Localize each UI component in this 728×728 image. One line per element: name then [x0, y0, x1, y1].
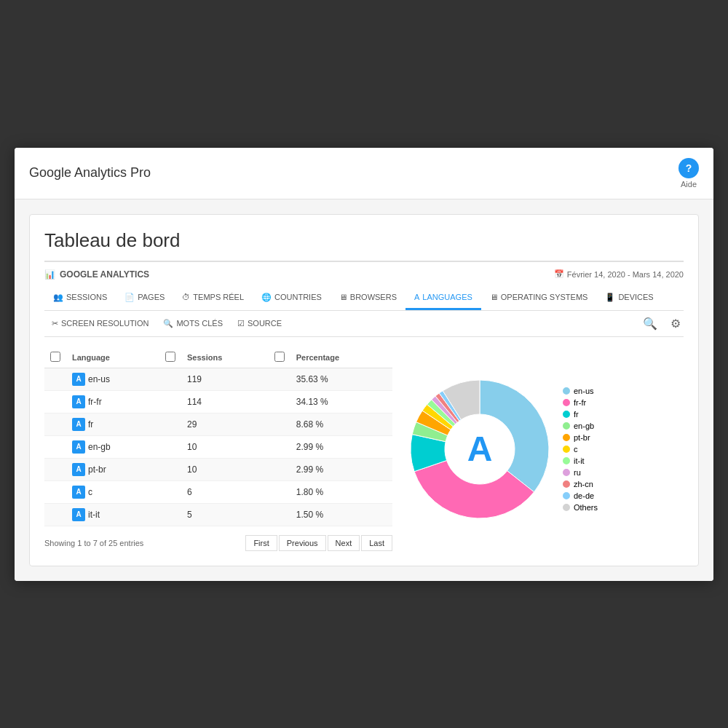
sessions-checkbox[interactable]	[165, 352, 175, 362]
language-icon: A	[72, 486, 85, 499]
row-check	[44, 390, 66, 413]
legend-item-Others: Others	[563, 503, 598, 512]
row-sessions-check	[159, 435, 181, 458]
tab-browsers[interactable]: 🖥BROWSERS	[331, 287, 405, 310]
tab-sessions[interactable]: 👥SESSIONS	[44, 287, 116, 310]
select-all-checkbox[interactable]	[50, 352, 60, 362]
row-percentage-check	[269, 435, 290, 458]
row-sessions-check	[159, 390, 181, 413]
table-container: Language Sessions Percentage	[44, 347, 392, 551]
legend-item-c: c	[563, 445, 598, 454]
screen-resolution-icon: ✂	[52, 319, 58, 328]
help-label: Aide	[681, 180, 697, 189]
main-window: Google Analytics Pro ? Aide Tableau de b…	[15, 148, 713, 581]
table-section: Language Sessions Percentage	[44, 347, 684, 551]
donut-chart: A	[407, 376, 553, 522]
operating-systems-icon: 🖥	[490, 293, 498, 301]
dashboard-card: Tableau de bord 📊 GOOGLE ANALYTICS 📅 Fév…	[29, 214, 699, 566]
first-page-button[interactable]: First	[245, 535, 277, 551]
row-percentage: 2.99 %	[290, 458, 392, 480]
previous-page-button[interactable]: Previous	[279, 535, 326, 551]
legend-dot	[563, 504, 570, 511]
tab2-source[interactable]: ☑SOURCE	[230, 314, 289, 333]
row-sessions: 10	[181, 435, 269, 458]
sessions-icon: 👥	[53, 293, 63, 302]
browsers-icon: 🖥	[339, 293, 347, 301]
language-icon: A	[72, 463, 85, 476]
table-row: A c 6 1.80 %	[44, 480, 392, 503]
legend-label: de-de	[574, 491, 594, 500]
legend-label: c	[574, 445, 578, 454]
legend-label: zh-cn	[574, 480, 593, 488]
legend-item-fr: fr	[563, 410, 598, 419]
table-row: A it-it 5 1.50 %	[44, 503, 392, 526]
language-icon: A	[72, 373, 85, 386]
row-percentage: 2.99 %	[290, 435, 392, 458]
search-icon-button[interactable]: 🔍	[640, 314, 660, 333]
tab2-screen-resolution[interactable]: ✂SCREEN RESOLUTION	[44, 314, 156, 333]
tab-operating-systems[interactable]: 🖥OPERATING SYSTEMS	[481, 287, 597, 310]
row-percentage-check	[269, 390, 290, 413]
pages-icon: 📄	[124, 293, 135, 302]
row-check	[44, 413, 66, 435]
col-header-language: Language	[66, 347, 159, 368]
content-area: Tableau de bord 📊 GOOGLE ANALYTICS 📅 Fév…	[15, 199, 713, 581]
legend-item-ru: ru	[563, 468, 598, 477]
pagination-row: Showing 1 to 7 of 25 entries First Previ…	[44, 535, 392, 551]
tab-temps-reel[interactable]: ⏱TEMPS RÉEL	[173, 287, 253, 310]
row-sessions: 29	[181, 413, 269, 435]
col-header-sessions-check	[159, 347, 181, 368]
row-percentage-check	[269, 413, 290, 435]
chart-legend: en-us fr-fr fr en-gb pt-br c it-it ru zh…	[563, 387, 598, 512]
row-language: A fr	[66, 413, 159, 435]
legend-item-pt-br: pt-br	[563, 433, 598, 442]
table-row: A fr 29 8.68 %	[44, 413, 392, 435]
legend-dot	[563, 492, 570, 499]
tab2-mots-cles[interactable]: 🔍MOTS CLÉS	[156, 314, 230, 333]
language-icon: A	[72, 508, 85, 521]
percentage-checkbox[interactable]	[274, 352, 285, 362]
row-language: A en-us	[66, 368, 159, 390]
next-page-button[interactable]: Next	[328, 535, 360, 551]
settings-icon-button[interactable]: ⚙	[668, 314, 684, 333]
tab-pages[interactable]: 📄PAGES	[116, 287, 173, 310]
legend-label: en-gb	[574, 422, 594, 430]
legend-dot	[563, 457, 570, 464]
legend-dot	[563, 446, 570, 453]
pagination-buttons: First Previous Next Last	[245, 535, 392, 551]
row-sessions: 5	[181, 503, 269, 526]
row-sessions: 114	[181, 390, 269, 413]
devices-icon: 📱	[605, 293, 615, 302]
row-check	[44, 480, 66, 503]
table-row: A fr-fr 114 34.13 %	[44, 390, 392, 413]
last-page-button[interactable]: Last	[361, 535, 392, 551]
legend-dot	[563, 387, 570, 395]
row-percentage: 1.50 %	[290, 503, 392, 526]
row-sessions-check	[159, 480, 181, 503]
row-percentage: 35.63 %	[290, 368, 392, 390]
legend-label: en-us	[574, 387, 594, 395]
row-percentage-check	[269, 368, 290, 390]
tabs-row-2-left: ✂SCREEN RESOLUTION🔍MOTS CLÉS☑SOURCE	[44, 314, 289, 333]
tab-languages[interactable]: ALANGUAGES	[405, 287, 481, 310]
help-button[interactable]: ?	[678, 158, 699, 178]
legend-label: fr-fr	[574, 398, 586, 407]
analytics-label: 📊 GOOGLE ANALYTICS	[44, 269, 149, 280]
date-range: 📅 Février 14, 2020 - Mars 14, 2020	[554, 269, 684, 279]
row-percentage-check	[269, 503, 290, 526]
showing-text: Showing 1 to 7 of 25 entries	[44, 539, 143, 547]
calendar-icon: 📅	[554, 269, 564, 279]
legend-item-fr-fr: fr-fr	[563, 398, 598, 407]
row-percentage-check	[269, 480, 290, 503]
legend-item-en-gb: en-gb	[563, 422, 598, 430]
row-check	[44, 503, 66, 526]
temps-reel-icon: ⏱	[182, 293, 190, 301]
row-sessions: 10	[181, 458, 269, 480]
legend-item-it-it: it-it	[563, 456, 598, 465]
analytics-header: 📊 GOOGLE ANALYTICS 📅 Février 14, 2020 - …	[44, 261, 684, 280]
legend-dot	[563, 434, 570, 441]
tab-devices[interactable]: 📱DEVICES	[596, 287, 662, 310]
tab-countries[interactable]: 🌐COUNTRIES	[253, 287, 331, 310]
legend-dot	[563, 422, 570, 430]
legend-label: ru	[574, 468, 581, 477]
